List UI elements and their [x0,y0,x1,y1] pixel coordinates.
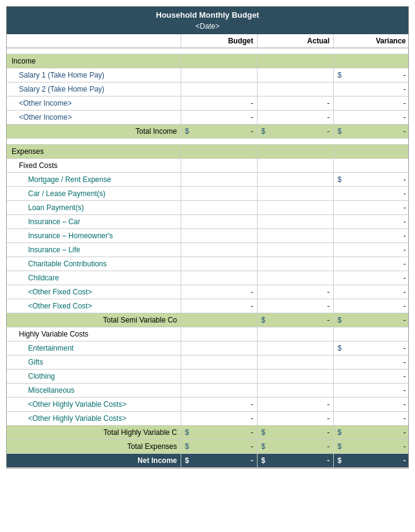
budget-cell[interactable] [181,341,257,355]
table-row: Entertainment $ - [7,341,408,355]
variable-costs-label: Highly Variable Costs [7,327,181,341]
variance-cell: - [333,215,410,228]
actual-cell[interactable] [257,355,333,369]
actual-cell[interactable] [257,257,333,271]
budget-cell[interactable] [181,370,257,383]
total-variance: $ - [333,313,410,327]
budget-cell[interactable] [181,243,257,257]
total-actual: $ - [257,426,333,439]
col-label [7,34,181,48]
budget-cell[interactable] [181,201,257,214]
total-budget: $ - [181,440,257,453]
actual-cell[interactable] [257,82,333,96]
budget-cell[interactable]: - [181,299,257,313]
variance-cell: - [333,201,410,214]
income-section-label: Income [7,54,408,68]
variance-cell: - [333,370,410,383]
actual-cell[interactable]: - [257,398,333,411]
actual-cell[interactable]: - [257,97,333,110]
budget-cell[interactable]: - [181,398,257,411]
actual-cell[interactable] [257,370,333,383]
variance-cell: - [333,271,410,285]
actual-cell[interactable]: - [257,412,333,425]
budget-cell[interactable]: - [181,285,257,299]
variance-cell: - [333,229,410,242]
budget-cell[interactable] [181,271,257,285]
table-row: Clothing - [7,370,408,384]
row-label: Salary 1 (Take Home Pay) [7,68,181,82]
variance-cell: - [333,187,410,200]
spacer [7,48,408,54]
budget-cell[interactable] [181,187,257,200]
variance-cell: $ - [333,68,410,82]
budget-cell[interactable] [181,384,257,397]
budget-cell[interactable] [181,82,257,96]
variance-cell: - [333,111,410,124]
budget-cell[interactable]: - [181,111,257,124]
total-fixed-row: Total Semi Variable Co $ - $ - [7,313,408,327]
table-row: <Other Fixed Cost> - - - [7,285,408,299]
actual-cell[interactable] [257,384,333,397]
budget-cell[interactable] [181,215,257,228]
row-label: <Other Highly Variable Costs> [7,412,181,425]
actual-cell[interactable] [257,68,333,82]
actual-cell[interactable] [257,229,333,242]
variance-cell: - [333,82,410,96]
budget-cell[interactable] [181,173,257,186]
expenses-label: Expenses [7,145,181,158]
row-label: Entertainment [7,341,181,355]
variance-cell: - [333,97,410,110]
budget-cell[interactable] [181,229,257,242]
fixed-costs-label-row: Fixed Costs [7,159,408,173]
budget-cell[interactable] [181,68,257,82]
actual-cell[interactable] [257,173,333,186]
row-label: <Other Income> [7,111,181,124]
total-variance: $ - [333,440,410,453]
row-label: Car / Lease Payment(s) [7,187,181,200]
actual-cell[interactable]: - [257,111,333,124]
total-income-row: Total Income $ - $ - $ - [7,125,408,139]
variance-cell: - [333,299,410,313]
actual-cell[interactable] [257,201,333,214]
actual-cell[interactable] [257,243,333,257]
actual-cell[interactable] [257,187,333,200]
spreadsheet: Household Monthly Budget <Date> Budget A… [6,6,409,468]
fixed-costs-label: Fixed Costs [7,159,181,172]
variable-costs-label-row: Highly Variable Costs [7,327,408,341]
table-row: <Other Income> - - - [7,111,408,125]
row-label: <Other Fixed Cost> [7,285,181,299]
table-row: <Other Income> - - - [7,97,408,111]
variance-cell: - [333,412,410,425]
budget-cell[interactable]: - [181,412,257,425]
total-income-label: Total Income [7,125,181,138]
total-variance: $ - [333,426,410,439]
row-label: <Other Income> [7,97,181,110]
total-actual: $ - [257,313,333,327]
column-headers: Budget Actual Variance [7,34,408,48]
row-label: Insurance – Car [7,215,181,228]
actual-cell[interactable] [257,215,333,228]
total-expenses-label: Total Expenses [7,440,181,453]
budget-cell[interactable]: - [181,97,257,110]
row-label: Clothing [7,370,181,383]
variance-cell: $ - [333,341,410,355]
table-row: Charitable Contributions - [7,257,408,271]
actual-cell[interactable] [257,271,333,285]
variance-cell: - [333,398,410,411]
variance-cell: - [333,355,410,369]
actual-cell[interactable]: - [257,285,333,299]
net-budget: $ - [181,454,257,467]
net-income-row: Net Income $ - $ - $ - [7,454,408,468]
actual-cell[interactable]: - [257,299,333,313]
variance-cell: $ - [333,173,410,186]
budget-cell[interactable] [181,257,257,271]
table-row: Loan Payment(s) - [7,201,408,215]
variance-cell: - [333,243,410,257]
spreadsheet-title: Household Monthly Budget [7,7,408,21]
budget-cell[interactable] [181,355,257,369]
row-label: Loan Payment(s) [7,201,181,214]
table-row: Salary 1 (Take Home Pay) $ - [7,68,408,82]
actual-cell[interactable] [257,341,333,355]
table-row: <Other Highly Variable Costs> - - - [7,412,408,426]
variance-cell: - [333,384,410,397]
